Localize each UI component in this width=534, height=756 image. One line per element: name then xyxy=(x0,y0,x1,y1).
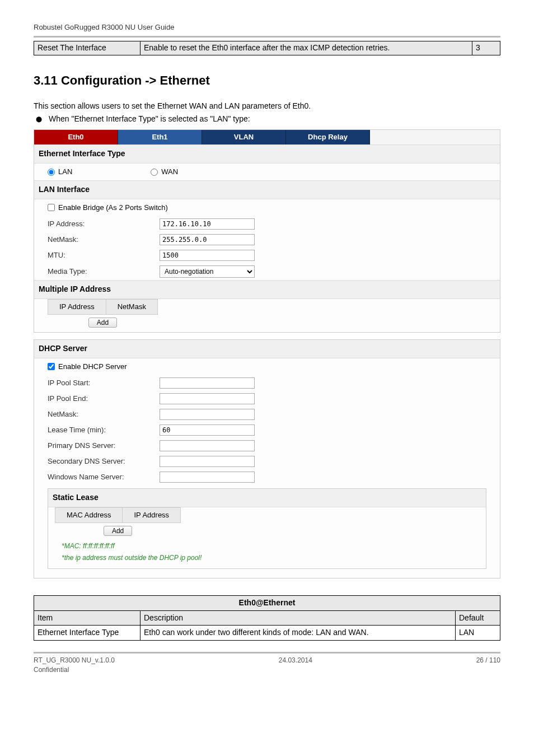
radio-lan-label: LAN xyxy=(58,167,72,177)
section-heading: 3.11 Configuration -> Ethernet xyxy=(34,72,500,90)
desc-head-desc: Description xyxy=(140,610,456,626)
group-static-lease: Static Lease xyxy=(48,489,486,507)
static-lease-box: Static Lease MAC Address IP Address Add … xyxy=(48,488,486,569)
lease-label: Lease Time (min): xyxy=(48,425,160,435)
tab-dhcp-relay[interactable]: Dhcp Relay xyxy=(286,130,370,144)
eth0-description-table: Eth0@Ethernet Item Description Default E… xyxy=(34,595,500,641)
netmask-input[interactable] xyxy=(160,234,255,245)
reset-interface-table: Reset The Interface Enable to reset the … xyxy=(34,41,500,55)
col-mac: MAC Address xyxy=(55,507,123,522)
netmask-label: NetMask: xyxy=(48,235,160,245)
radio-wan-label: WAN xyxy=(161,167,178,177)
pool-start-label: IP Pool Start: xyxy=(48,378,160,388)
footer-confidential: Confidential xyxy=(34,665,115,675)
cell-desc: Enable to reset the Eth0 interface after… xyxy=(140,41,472,55)
secondary-dns-input[interactable] xyxy=(160,456,255,467)
pool-end-label: IP Pool End: xyxy=(48,394,160,404)
primary-dns-input[interactable] xyxy=(160,440,255,451)
enable-dhcp-checkbox[interactable] xyxy=(48,363,55,370)
radio-wan[interactable]: WAN xyxy=(151,167,178,177)
page-header: Robustel GoRugged R3000 NU User Guide xyxy=(34,22,500,38)
dhcp-netmask-label: NetMask: xyxy=(48,409,160,419)
hint-ip: *the ip address must outside the DHCP ip… xyxy=(48,552,486,564)
footer-page: 26 / 110 xyxy=(476,656,500,675)
desc-row1-item: Ethernet Interface Type xyxy=(34,626,140,641)
radio-lan-input[interactable] xyxy=(48,169,55,176)
desc-row1-default: LAN xyxy=(456,626,500,641)
radio-lan[interactable]: LAN xyxy=(48,167,72,177)
ethernet-config-panel: Eth0 Eth1 VLAN Dhcp Relay Ethernet Inter… xyxy=(34,129,500,333)
wins-input[interactable] xyxy=(160,472,255,483)
media-type-select[interactable]: Auto-negotiation xyxy=(160,265,255,278)
dhcp-netmask-input[interactable] xyxy=(160,409,255,420)
static-lease-table: MAC Address IP Address Add xyxy=(55,507,181,536)
enable-dhcp-label: Enable DHCP Server xyxy=(58,362,127,372)
mtu-label: MTU: xyxy=(48,250,160,260)
footer-date: 24.03.2014 xyxy=(279,656,312,675)
pool-start-input[interactable] xyxy=(160,377,255,389)
group-eth-iface-type: Ethernet Interface Type xyxy=(34,144,500,164)
mtu-input[interactable] xyxy=(160,250,255,261)
desc-head-item: Item xyxy=(34,610,140,626)
multiple-ip-table: IP Address NetMask Add xyxy=(48,299,158,328)
bullet-text: When "Ethernet Interface Type" is select… xyxy=(49,114,250,125)
hint-mac: *MAC: ff:ff:ff:ff:ff:ff xyxy=(48,540,486,552)
group-lan-interface: LAN Interface xyxy=(34,180,500,199)
bullet-icon: ⬤ xyxy=(36,114,42,125)
add-button[interactable]: Add xyxy=(88,318,117,328)
group-dhcp: DHCP Server xyxy=(34,340,500,358)
col-netmask: NetMask xyxy=(106,299,157,314)
bridge-checkbox[interactable] xyxy=(48,204,55,211)
desc-title: Eth0@Ethernet xyxy=(34,596,500,611)
col-ip: IP Address xyxy=(48,299,106,314)
dhcp-server-panel: DHCP Server Enable DHCP Server IP Pool S… xyxy=(34,339,500,578)
tab-spacer xyxy=(370,130,500,144)
ip-address-input[interactable] xyxy=(160,218,255,230)
bridge-label: Enable Bridge (As 2 Ports Switch) xyxy=(58,203,168,213)
tab-eth1[interactable]: Eth1 xyxy=(118,130,202,144)
col-ip2: IP Address xyxy=(123,507,181,522)
tab-bar: Eth0 Eth1 VLAN Dhcp Relay xyxy=(34,130,500,144)
tab-vlan[interactable]: VLAN xyxy=(202,130,286,144)
page-footer: RT_UG_R3000 NU_v.1.0.0 Confidential 24.0… xyxy=(34,652,500,675)
add-lease-button[interactable]: Add xyxy=(104,526,132,536)
wins-label: Windows Name Server: xyxy=(48,472,160,482)
radio-wan-input[interactable] xyxy=(151,169,158,176)
desc-head-default: Default xyxy=(456,610,500,626)
media-type-label: Media Type: xyxy=(48,267,160,277)
section-intro: This section allows users to set the Eth… xyxy=(34,101,500,112)
ip-address-label: IP Address: xyxy=(48,219,160,229)
tab-eth0[interactable]: Eth0 xyxy=(34,130,118,144)
primary-dns-label: Primary DNS Server: xyxy=(48,441,160,451)
cell-default: 3 xyxy=(472,41,500,55)
pool-end-input[interactable] xyxy=(160,393,255,404)
cell-item: Reset The Interface xyxy=(34,41,140,55)
secondary-dns-label: Secondary DNS Server: xyxy=(48,456,160,466)
footer-version: RT_UG_R3000 NU_v.1.0.0 xyxy=(34,656,115,665)
lease-input[interactable] xyxy=(160,424,255,436)
group-multiple-ip: Multiple IP Address xyxy=(34,280,500,299)
desc-row1-desc: Eth0 can work under two different kinds … xyxy=(140,626,456,641)
